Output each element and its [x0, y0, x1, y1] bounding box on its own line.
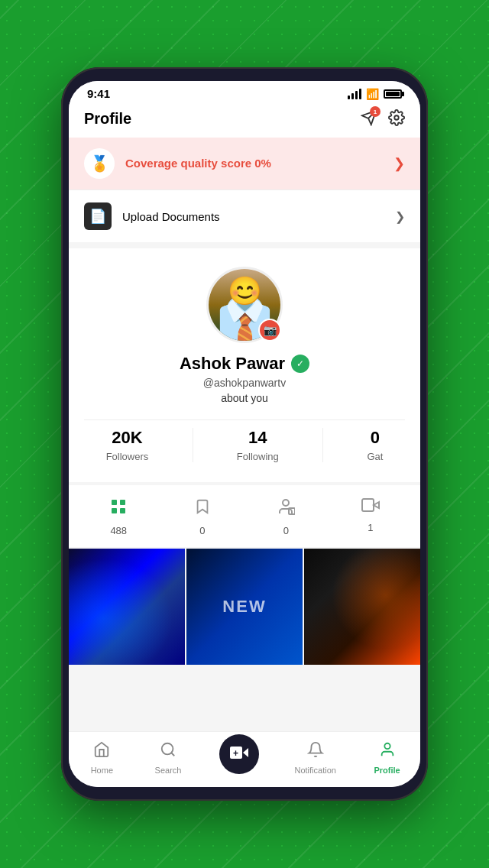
followers-stat: 20K Followers: [106, 428, 149, 462]
gat-stat: 0 Gat: [367, 428, 383, 462]
nav-home-label: Home: [91, 766, 113, 775]
nav-notification-label: Notification: [294, 766, 335, 775]
upload-chevron-icon: ❯: [395, 209, 405, 224]
media-item[interactable]: [69, 549, 185, 665]
profile-nav-icon: [379, 741, 396, 763]
coverage-icon: 🏅: [84, 148, 115, 179]
svg-point-7: [283, 500, 289, 506]
profile-name: Ashok Pawar: [180, 354, 285, 374]
gat-label: Gat: [367, 451, 383, 462]
following-stat[interactable]: 14 Following: [237, 428, 279, 462]
tab-video[interactable]: 1: [349, 493, 392, 541]
nav-search[interactable]: Search: [145, 738, 191, 778]
nav-notification[interactable]: Notification: [287, 738, 343, 778]
notification-badge: 1: [370, 106, 381, 117]
svg-point-11: [162, 743, 173, 755]
wifi-icon: 📶: [366, 88, 379, 100]
tab-tagged[interactable]: 0: [264, 493, 307, 541]
svg-rect-5: [112, 508, 117, 513]
nav-profile[interactable]: Profile: [364, 738, 410, 778]
bookmark-icon: [194, 497, 211, 520]
tab-bookmark[interactable]: 0: [182, 493, 223, 541]
grid-icon: [109, 497, 128, 520]
svg-line-12: [171, 753, 174, 756]
profile-bio: about you: [221, 392, 268, 404]
svg-marker-14: [243, 748, 248, 757]
camera-icon: 📷: [264, 324, 277, 336]
nav-home[interactable]: Home: [79, 738, 125, 778]
tabs-row: 488 0: [69, 493, 420, 541]
header-actions: 1: [361, 109, 405, 128]
svg-point-2: [394, 115, 399, 120]
stats-row: 20K Followers 14 Following 0 Gat: [84, 419, 405, 470]
settings-button[interactable]: [388, 109, 405, 128]
coverage-text: Coverage quality score 0%: [125, 157, 383, 170]
add-post-button[interactable]: +: [219, 734, 259, 774]
coverage-score: 0%: [254, 157, 271, 170]
coverage-chevron-icon: ❯: [393, 155, 405, 172]
tab-bookmark-count: 0: [199, 525, 205, 536]
tab-tagged-count: 0: [283, 525, 289, 536]
nav-add[interactable]: +: [212, 739, 267, 777]
phone-screen: 9:41 📶 Profile 1: [69, 81, 420, 787]
main-content: 🏅 Coverage quality score 0% ❯ 📄 Upload D…: [69, 138, 420, 731]
video-add-icon: +: [229, 742, 249, 766]
upload-documents-row[interactable]: 📄 Upload Documents ❯: [69, 189, 420, 242]
media-item[interactable]: [186, 549, 303, 665]
page-title: Profile: [84, 110, 131, 128]
coverage-quality-banner[interactable]: 🏅 Coverage quality score 0% ❯: [69, 138, 420, 189]
battery-icon: [384, 89, 402, 99]
content-tabs: 488 0: [69, 485, 420, 547]
following-label: Following: [237, 451, 279, 462]
app-header: Profile 1: [69, 103, 420, 138]
status-time: 9:41: [87, 87, 110, 100]
svg-marker-10: [374, 502, 379, 508]
media-grid: [69, 549, 420, 665]
svg-rect-9: [362, 499, 374, 511]
bell-icon: [307, 741, 324, 763]
checkmark-icon: ✓: [296, 358, 304, 369]
bottom-navigation: Home Search +: [69, 731, 420, 787]
medal-icon: 🏅: [90, 154, 109, 173]
person-tag-icon: [277, 497, 295, 520]
verified-badge: ✓: [291, 355, 309, 373]
profile-name-row: Ashok Pawar ✓: [180, 354, 309, 374]
following-count: 14: [248, 428, 267, 448]
status-bar: 9:41 📶: [69, 81, 420, 103]
status-icons: 📶: [348, 88, 402, 100]
svg-rect-4: [120, 500, 125, 505]
document-icon: 📄: [84, 202, 112, 230]
tab-grid-count: 488: [110, 525, 127, 536]
media-item[interactable]: [304, 549, 420, 665]
profile-username: @ashokpanwartv: [203, 377, 286, 389]
svg-rect-3: [112, 500, 117, 505]
home-icon: [93, 741, 110, 763]
svg-text:+: +: [233, 748, 238, 759]
upload-label: Upload Documents: [122, 210, 384, 223]
followers-count: 20K: [112, 428, 142, 448]
video-icon: [361, 497, 380, 517]
avatar-container: 📷: [206, 267, 283, 343]
svg-point-16: [384, 743, 390, 749]
tab-grid[interactable]: 488: [97, 493, 140, 541]
gat-count: 0: [371, 428, 380, 448]
signal-bars-icon: [348, 89, 361, 99]
coverage-label: Coverage quality score: [125, 157, 254, 170]
search-icon: [160, 741, 176, 763]
tab-video-count: 1: [368, 522, 373, 533]
message-button[interactable]: 1: [361, 109, 377, 128]
phone-frame: 9:41 📶 Profile 1: [61, 67, 428, 801]
svg-rect-6: [120, 508, 125, 513]
followers-label: Followers: [106, 451, 149, 462]
change-avatar-button[interactable]: 📷: [258, 319, 281, 342]
profile-section: 📷 Ashok Pawar ✓ @ashokpanwartv about you…: [69, 248, 420, 482]
nav-profile-label: Profile: [374, 766, 400, 775]
nav-search-label: Search: [155, 766, 182, 775]
